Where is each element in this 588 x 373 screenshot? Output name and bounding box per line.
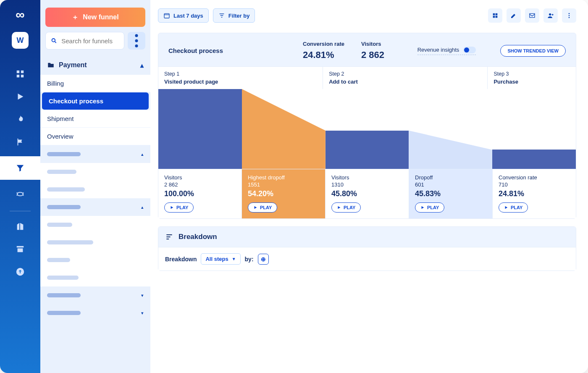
toggle-icon	[463, 47, 476, 53]
folder-skeleton[interactable]: ▴	[40, 198, 150, 216]
caret-down-icon: ▼	[232, 257, 236, 261]
more-vert-icon	[566, 12, 572, 19]
filter-chip[interactable]: Filter by	[213, 8, 255, 23]
play-icon	[420, 205, 425, 210]
list-skeleton	[40, 216, 150, 234]
funnel-bar	[492, 89, 576, 169]
play-button[interactable]: PLAY	[331, 202, 361, 213]
nav-upload[interactable]	[12, 263, 29, 280]
sidebar-item-checkout-process[interactable]: Checkout process	[42, 92, 149, 110]
breakdown-steps-select[interactable]: All steps ▼	[201, 253, 240, 265]
breakdown-label: Breakdown	[165, 256, 197, 263]
plus-icon: ⊕	[261, 256, 266, 263]
new-funnel-button[interactable]: ＋ New funnel	[45, 8, 145, 27]
step-header: Step 1Visited product page	[158, 67, 323, 89]
action-edit[interactable]	[507, 8, 521, 23]
folder-skeleton[interactable]: ▾	[40, 304, 150, 322]
nav-recordings[interactable]	[12, 88, 29, 105]
bug-icon	[16, 189, 25, 199]
search-box[interactable]	[45, 32, 124, 50]
funnel-stats: Visitors 2 862 100.00% PLAY Highest drop…	[158, 169, 576, 218]
svg-rect-12	[493, 16, 495, 18]
action-mail[interactable]	[525, 8, 539, 23]
nav-funnels[interactable]	[0, 156, 40, 180]
search-icon	[51, 37, 57, 45]
mail-icon	[529, 12, 536, 19]
svg-rect-11	[496, 13, 498, 16]
play-button[interactable]: PLAY	[415, 202, 444, 213]
play-icon	[170, 205, 174, 210]
folder-skeleton[interactable]: ▾	[40, 286, 150, 304]
steps-header: Step 1Visited product pageStep 2Add to c…	[158, 66, 576, 89]
breakdown-body: Breakdown All steps ▼ by: ⊕	[158, 247, 576, 271]
nav-flags[interactable]	[12, 134, 29, 150]
nav-archive[interactable]	[12, 241, 29, 257]
breakdown-add-button[interactable]: ⊕	[258, 254, 269, 265]
sidebar-item-billing[interactable]: Billing	[40, 75, 150, 92]
sidebar-item-overview[interactable]: Overview	[40, 128, 150, 145]
play-icon	[337, 205, 341, 210]
svg-marker-19	[409, 131, 492, 169]
svg-rect-10	[493, 13, 495, 16]
play-icon	[16, 92, 25, 101]
calendar-icon	[163, 12, 170, 19]
list-skeleton	[40, 269, 150, 286]
more-vert-icon	[128, 32, 145, 50]
revenue-insights-toggle[interactable]: Revenue insights	[417, 47, 476, 55]
step-header: Step 3Purchase	[488, 67, 576, 89]
funnel-card: Checkout process Conversion rate 24.81% …	[158, 33, 576, 219]
play-button[interactable]: PLAY	[248, 202, 277, 213]
nav-heatmaps[interactable]	[12, 111, 29, 128]
workspace-badge[interactable]: W	[12, 32, 29, 49]
archive-icon	[16, 244, 25, 254]
play-icon	[253, 205, 257, 210]
nav-company[interactable]	[12, 218, 29, 235]
upload-circle-icon	[16, 267, 25, 276]
folder-skeleton[interactable]: ▴	[40, 145, 150, 163]
show-trended-view-button[interactable]: SHOW TRENDED VIEW	[500, 45, 566, 57]
funnel-bar	[158, 89, 242, 169]
action-more[interactable]	[562, 8, 576, 23]
person-plus-icon	[547, 12, 554, 19]
funnel-bars	[158, 89, 576, 169]
funnel-summary: Checkout process Conversion rate 24.81% …	[158, 33, 576, 66]
action-person[interactable]	[543, 8, 558, 23]
folder-label: Payment	[59, 61, 87, 69]
app-frame: ∞ W	[0, 0, 588, 373]
date-range-chip[interactable]: Last 7 days	[158, 8, 209, 23]
search-input[interactable]	[61, 37, 119, 45]
filter-label: Filter by	[228, 13, 250, 19]
svg-point-14	[549, 13, 551, 16]
main-content: Last 7 days Filter by Checkout process C…	[150, 0, 588, 373]
building-icon	[16, 222, 25, 231]
svg-point-5	[52, 39, 55, 42]
funnel-bar	[326, 89, 409, 169]
action-view[interactable]	[488, 8, 502, 23]
date-range-label: Last 7 days	[173, 13, 203, 19]
nav-rail: ∞ W	[0, 0, 40, 373]
step-header: Step 2Add to cart	[323, 67, 488, 89]
nav-errors[interactable]	[12, 186, 29, 202]
sidebar-more-button[interactable]	[128, 32, 145, 50]
nav-apps[interactable]	[12, 66, 29, 82]
list-skeleton	[40, 234, 150, 251]
play-button[interactable]: PLAY	[164, 202, 194, 213]
metric-conversion: Conversion rate 24.81%	[303, 41, 344, 60]
new-funnel-label: New funnel	[83, 13, 118, 21]
logo-infinity-icon: ∞	[16, 8, 24, 22]
funnel-stat: Highest dropoff 1551 54.20% PLAY	[242, 169, 326, 218]
play-button[interactable]: PLAY	[499, 202, 528, 213]
plus-icon: ＋	[72, 13, 79, 22]
sidebar-item-shipment[interactable]: Shipment	[40, 110, 150, 128]
pencil-icon	[510, 12, 517, 19]
funnel-title: Checkout process	[168, 47, 286, 54]
funnel-bar	[242, 89, 326, 169]
funnel-icon	[16, 163, 25, 173]
folder-payment[interactable]: Payment ▴	[40, 55, 150, 75]
list-skeleton	[40, 251, 150, 269]
topbar: Last 7 days Filter by	[158, 8, 576, 23]
funnel-bar	[409, 89, 492, 169]
sidebar: ＋ New funnel Payment ▴ Billing Checkout …	[40, 0, 150, 373]
svg-rect-3	[21, 75, 24, 77]
workspace-letter: W	[17, 36, 24, 45]
